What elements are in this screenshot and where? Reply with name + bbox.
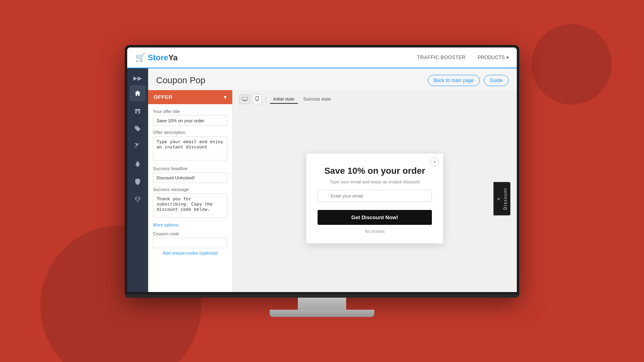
offer-title-label: Your offer title — [153, 109, 227, 114]
offer-body: Your offer title Offer description Type … — [148, 104, 232, 260]
nav-traffic-booster[interactable]: TRAFFIC BOOSTER — [417, 55, 465, 60]
popup-description: Type your email and enjoy an instant dis… — [318, 179, 432, 184]
content-body: OFFER ▾ Your offer title Offer descripti… — [148, 90, 517, 292]
content-area: Coupon Pop Back to main page Guide OFFER… — [148, 68, 517, 292]
monitor-bottom-bar — [125, 294, 519, 298]
monitor-screen: 🛒 StoreYa TRAFFIC BOOSTER PRODUCTS ▾ — [125, 45, 519, 294]
offer-desc-label: Offer description — [153, 130, 227, 135]
more-options-link[interactable]: More options — [153, 222, 227, 227]
chevron-down-icon: ▾ — [224, 94, 227, 100]
discount-tab-label: Discount — [503, 187, 508, 210]
sidebar-item-diamond[interactable] — [130, 191, 146, 208]
right-preview: Initial state Success state × Save 10% o… — [233, 90, 517, 292]
offer-desc-textarea[interactable]: Type your email and enjoy an instant dis… — [153, 136, 227, 160]
bg-circle-right — [531, 24, 612, 105]
popup-no-thanks[interactable]: No thanks — [318, 229, 432, 234]
guide-button[interactable]: Guide — [484, 75, 509, 86]
monitor-wrapper: 🛒 StoreYa TRAFFIC BOOSTER PRODUCTS ▾ — [125, 45, 519, 317]
sidebar: ▶▶ — [127, 68, 148, 292]
preview-tabs: Initial state Success state — [239, 94, 510, 104]
header-buttons: Back to main page Guide — [428, 75, 509, 86]
sidebar-item-home[interactable] — [130, 85, 146, 101]
success-message-textarea[interactable]: Thank you for subscribing. Copy the disc… — [153, 193, 227, 218]
content-header: Coupon Pop Back to main page Guide — [148, 68, 517, 90]
email-input-wrapper: ✉ — [318, 190, 432, 206]
monitor-neck — [298, 298, 346, 310]
offer-label: OFFER — [154, 94, 173, 100]
mobile-view-btn[interactable] — [253, 94, 262, 104]
sidebar-item-tags[interactable] — [130, 121, 146, 137]
screen-inner: 🛒 StoreYa TRAFFIC BOOSTER PRODUCTS ▾ — [127, 47, 517, 292]
top-nav: 🛒 StoreYa TRAFFIC BOOSTER PRODUCTS ▾ — [127, 47, 517, 68]
tab-initial-state[interactable]: Initial state — [270, 95, 298, 104]
sidebar-item-shield[interactable] — [130, 174, 146, 190]
logo-text: StoreYa — [148, 53, 178, 62]
coupon-code-label: Coupon code — [153, 231, 227, 236]
nav-products-dropdown[interactable]: PRODUCTS ▾ — [478, 55, 509, 60]
popup-email-input[interactable] — [318, 190, 432, 202]
success-headline-input[interactable] — [153, 173, 227, 183]
success-headline-label: Success headline — [153, 166, 227, 171]
popup-title: Save 10% on your order — [318, 166, 432, 176]
sidebar-item-store[interactable] — [130, 103, 146, 119]
nav-products-label: PRODUCTS — [478, 55, 505, 60]
coupon-code-input[interactable] — [153, 238, 227, 248]
monitor-base — [270, 310, 374, 317]
logo-area: 🛒 StoreYa — [135, 53, 178, 62]
left-panel: OFFER ▾ Your offer title Offer descripti… — [148, 90, 233, 292]
sidebar-toggle[interactable]: ▶▶ — [127, 72, 148, 84]
success-message-label: Success message — [153, 187, 227, 192]
offer-title-input[interactable] — [153, 115, 227, 126]
svg-rect-0 — [242, 97, 248, 100]
main-area: ▶▶ — [127, 68, 517, 292]
tab-divider — [266, 95, 266, 103]
offer-header[interactable]: OFFER ▾ — [148, 90, 232, 104]
popup-cta-button[interactable]: Get Discount Now! — [318, 210, 432, 225]
discount-side-tab[interactable]: ✕ Discount — [493, 182, 510, 215]
nav-links: TRAFFIC BOOSTER PRODUCTS ▾ — [417, 55, 509, 60]
popup-close-btn[interactable]: × — [430, 158, 439, 167]
popup-preview-area: × Save 10% on your order Type your email… — [239, 109, 510, 288]
popup-card: × Save 10% on your order Type your email… — [306, 154, 443, 243]
desktop-view-btn[interactable] — [239, 95, 250, 104]
chevron-down-icon: ▾ — [506, 55, 509, 60]
back-to-main-button[interactable]: Back to main page — [428, 75, 480, 86]
page-title: Coupon Pop — [156, 75, 205, 86]
sidebar-item-rocket[interactable] — [130, 156, 146, 172]
svg-rect-1 — [244, 100, 246, 101]
sidebar-item-refresh[interactable] — [130, 138, 146, 154]
logo-icon: 🛒 — [135, 53, 145, 62]
add-unique-codes-link[interactable]: Add unique codes (optional) — [153, 251, 227, 255]
tab-success-state[interactable]: Success state — [300, 95, 334, 104]
